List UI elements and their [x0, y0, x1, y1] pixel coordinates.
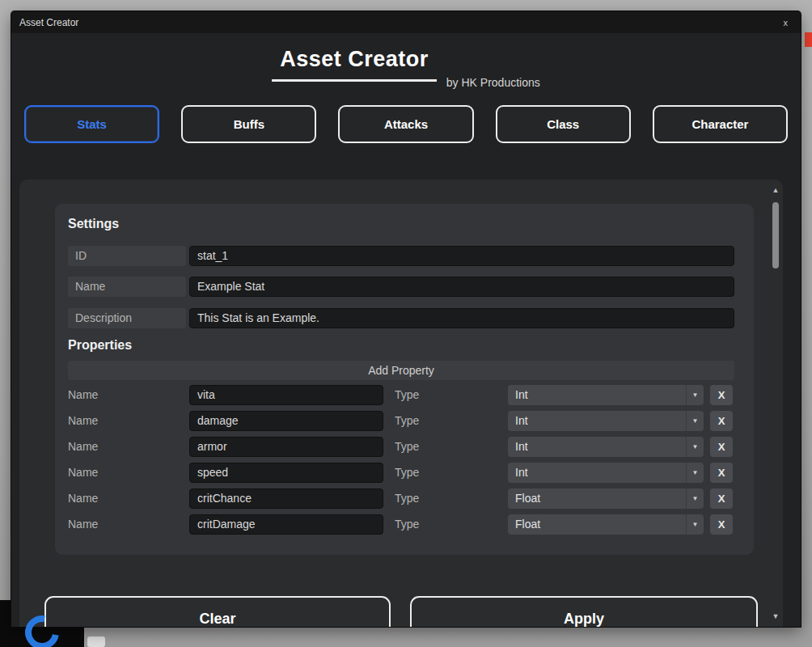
scroll-down-icon[interactable]: ▼: [770, 611, 781, 622]
property-type-label: Type: [395, 437, 419, 457]
dropdown-value: Float: [515, 492, 540, 505]
property-name-input[interactable]: armor: [189, 437, 383, 457]
property-type-label: Type: [395, 514, 419, 535]
window-titlebar[interactable]: Asset Creator x: [11, 11, 801, 33]
scroll-up-icon[interactable]: ▲: [770, 184, 781, 196]
scrollbar-thumb[interactable]: [772, 202, 779, 269]
tab-class[interactable]: Class: [496, 105, 631, 143]
content-panel: Settings ID stat_1 Name Example Stat Des…: [19, 180, 783, 627]
name-label: Name: [68, 277, 186, 297]
add-property-button[interactable]: Add Property: [68, 361, 734, 380]
tab-attacks[interactable]: Attacks: [338, 105, 473, 143]
red-edge-marker: [805, 32, 812, 47]
property-name-label: Name: [68, 463, 98, 483]
remove-property-button[interactable]: X: [710, 437, 733, 457]
property-name-input[interactable]: critDamage: [189, 514, 383, 535]
remove-property-button[interactable]: X: [710, 514, 733, 535]
page-subtitle: by HK Productions: [446, 76, 540, 89]
property-name-input[interactable]: speed: [189, 463, 383, 483]
property-name-input[interactable]: vita: [189, 385, 383, 405]
id-input[interactable]: stat_1: [189, 246, 734, 266]
property-type-label: Type: [395, 411, 419, 431]
tab-stats[interactable]: Stats: [24, 105, 159, 143]
property-name-label: Name: [68, 488, 98, 509]
desktop-artifact: [87, 636, 105, 647]
property-row: Name speed Type Int ▼ X: [68, 463, 741, 483]
chevron-down-icon[interactable]: ▼: [686, 514, 704, 535]
stat-editor-card: Settings ID stat_1 Name Example Stat Des…: [55, 204, 754, 555]
close-button[interactable]: x: [779, 16, 793, 29]
name-input[interactable]: Example Stat: [189, 277, 734, 297]
property-type-dropdown[interactable]: Int ▼: [508, 385, 704, 405]
chevron-down-icon[interactable]: ▼: [686, 385, 704, 405]
page-title: Asset Creator: [272, 47, 437, 82]
property-name-label: Name: [68, 437, 98, 457]
property-name-label: Name: [68, 411, 98, 431]
chevron-down-icon[interactable]: ▼: [686, 411, 704, 431]
properties-heading: Properties: [68, 338, 132, 353]
property-type-label: Type: [395, 488, 419, 509]
property-type-label: Type: [395, 463, 419, 483]
field-row-description: Description This Stat is an Example.: [68, 308, 741, 328]
description-label: Description: [68, 308, 186, 328]
property-type-dropdown[interactable]: Float ▼: [508, 488, 704, 509]
property-name-label: Name: [68, 514, 98, 535]
property-row: Name critDamage Type Float ▼ X: [68, 514, 741, 535]
description-input[interactable]: This Stat is an Example.: [189, 308, 734, 328]
property-name-input[interactable]: critChance: [189, 488, 383, 509]
window-title: Asset Creator: [19, 17, 78, 28]
field-row-name: Name Example Stat: [68, 277, 741, 297]
dropdown-value: Int: [515, 440, 528, 453]
dropdown-value: Int: [515, 414, 528, 427]
property-row: Name vita Type Int ▼ X: [68, 385, 741, 405]
chevron-down-icon[interactable]: ▼: [686, 463, 704, 483]
dropdown-value: Int: [515, 388, 528, 401]
field-row-id: ID stat_1: [68, 246, 741, 266]
id-label: ID: [68, 246, 186, 266]
app-header: Asset Creator by HK Productions: [11, 47, 801, 82]
chevron-down-icon[interactable]: ▼: [686, 488, 704, 509]
remove-property-button[interactable]: X: [710, 411, 733, 431]
asset-creator-window: Asset Creator x Asset Creator by HK Prod…: [11, 11, 801, 627]
remove-property-button[interactable]: X: [710, 463, 733, 483]
dropdown-value: Float: [515, 518, 540, 531]
chevron-down-icon[interactable]: ▼: [686, 437, 704, 457]
property-name-input[interactable]: damage: [189, 411, 383, 431]
remove-property-button[interactable]: X: [710, 385, 733, 405]
property-row: Name armor Type Int ▼ X: [68, 437, 741, 457]
property-type-dropdown[interactable]: Int ▼: [508, 463, 704, 483]
property-name-label: Name: [68, 385, 98, 405]
property-row: Name damage Type Int ▼ X: [68, 411, 741, 431]
property-type-dropdown[interactable]: Float ▼: [508, 514, 704, 535]
clear-button[interactable]: Clear: [44, 596, 391, 627]
property-row: Name critChance Type Float ▼ X: [68, 488, 741, 509]
property-type-dropdown[interactable]: Int ▼: [508, 437, 704, 457]
property-type-dropdown[interactable]: Int ▼: [508, 411, 704, 431]
tab-character[interactable]: Character: [653, 105, 788, 143]
settings-heading: Settings: [68, 217, 119, 231]
property-type-label: Type: [395, 385, 419, 405]
dropdown-value: Int: [515, 466, 528, 479]
tab-bar: Stats Buffs Attacks Class Character: [24, 105, 788, 143]
apply-button[interactable]: Apply: [410, 596, 758, 627]
remove-property-button[interactable]: X: [710, 488, 733, 509]
vertical-scrollbar: ▲ ▼: [770, 184, 781, 622]
tab-buffs[interactable]: Buffs: [181, 105, 316, 143]
